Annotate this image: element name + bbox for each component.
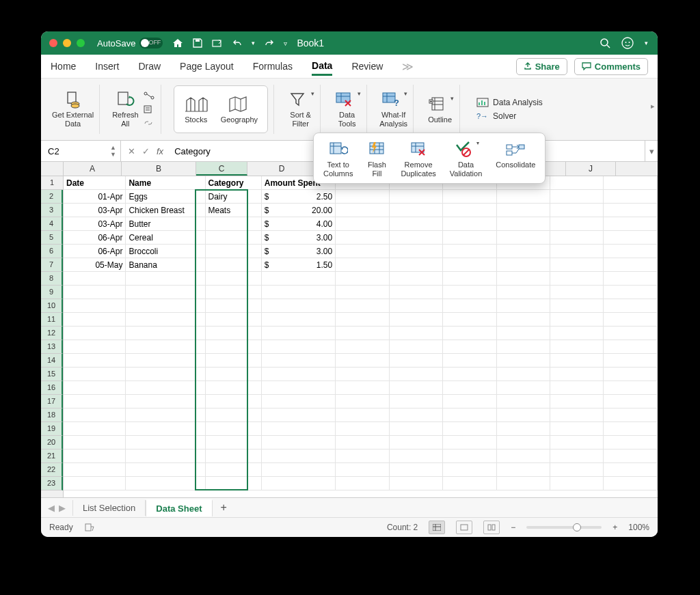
cell-E10[interactable] xyxy=(336,299,389,313)
cell-A4[interactable]: 03-Apr xyxy=(64,217,126,231)
row-header-16[interactable]: 16 xyxy=(41,381,63,395)
row-header-3[interactable]: 3 xyxy=(41,204,63,217)
cell-F19[interactable] xyxy=(389,422,442,436)
cell-A18[interactable] xyxy=(64,409,126,422)
cell-J14[interactable] xyxy=(604,354,658,368)
cell-G15[interactable] xyxy=(443,368,496,381)
cell-E16[interactable] xyxy=(336,381,389,395)
cell-D9[interactable] xyxy=(261,286,335,299)
cell-F21[interactable] xyxy=(389,449,442,463)
cell-I22[interactable] xyxy=(550,463,603,477)
properties-icon[interactable] xyxy=(143,105,155,114)
cell-B7[interactable]: Banana xyxy=(126,258,205,272)
cell-F20[interactable] xyxy=(389,436,442,449)
cell-J7[interactable] xyxy=(604,258,658,272)
row-header-22[interactable]: 22 xyxy=(41,463,63,477)
cell-A6[interactable]: 06-Apr xyxy=(64,245,126,258)
cell-E22[interactable] xyxy=(336,463,389,477)
cell-J22[interactable] xyxy=(604,463,658,477)
cell-F7[interactable] xyxy=(389,258,442,272)
view-normal-icon[interactable] xyxy=(429,521,445,534)
cell-B8[interactable] xyxy=(126,272,205,286)
cell-D6[interactable]: 3.00 xyxy=(261,245,335,258)
cell-J11[interactable] xyxy=(604,313,658,327)
cell-J21[interactable] xyxy=(604,449,658,463)
cell-B3[interactable]: Chicken Breast xyxy=(126,204,205,217)
refresh-all-button[interactable]: Refresh All xyxy=(107,85,161,134)
cell-A2[interactable]: 01-Apr xyxy=(64,190,126,204)
tab-page-layout[interactable]: Page Layout xyxy=(180,58,234,74)
cell-A5[interactable]: 06-Apr xyxy=(64,231,126,245)
cell-B5[interactable]: Cereal xyxy=(126,231,205,245)
row-header-2[interactable]: 2 xyxy=(41,190,63,204)
comments-button[interactable]: Comments xyxy=(574,58,648,75)
cell-C5[interactable] xyxy=(205,231,261,245)
cell-G19[interactable] xyxy=(443,422,496,436)
cell-D17[interactable] xyxy=(261,395,335,409)
cell-E21[interactable] xyxy=(336,449,389,463)
user-icon[interactable] xyxy=(621,37,634,49)
cell-H2[interactable] xyxy=(496,190,550,204)
outline-button[interactable]: ▾ Outline xyxy=(420,85,460,134)
next-sheet-icon[interactable]: ▶ xyxy=(59,503,66,513)
cell-D8[interactable] xyxy=(261,272,335,286)
cell-I9[interactable] xyxy=(550,286,603,299)
cell-D16[interactable] xyxy=(261,381,335,395)
cell-F12[interactable] xyxy=(389,327,442,340)
cell-I19[interactable] xyxy=(550,422,603,436)
cell-I1[interactable] xyxy=(550,176,603,190)
spreadsheet-grid[interactable]: A B C D E F G H I J 12345678910111213141… xyxy=(41,162,658,497)
cell-J13[interactable] xyxy=(604,340,658,354)
cell-A16[interactable] xyxy=(64,381,126,395)
cell-D13[interactable] xyxy=(261,340,335,354)
row-header-12[interactable]: 12 xyxy=(41,327,63,340)
cell-H20[interactable] xyxy=(496,436,550,449)
tab-home[interactable]: Home xyxy=(51,58,76,74)
zoom-slider[interactable] xyxy=(526,526,602,529)
cell-J12[interactable] xyxy=(604,327,658,340)
cell-J6[interactable] xyxy=(604,245,658,258)
chevron-down-icon[interactable]: ▾ xyxy=(252,40,255,46)
cell-B14[interactable] xyxy=(126,354,205,368)
row-header-13[interactable]: 13 xyxy=(41,340,63,354)
cell-A3[interactable]: 03-Apr xyxy=(64,204,126,217)
row-header-14[interactable]: 14 xyxy=(41,354,63,368)
cell-D15[interactable] xyxy=(261,368,335,381)
cell-I16[interactable] xyxy=(550,381,603,395)
cell-C13[interactable] xyxy=(205,340,261,354)
cell-H21[interactable] xyxy=(496,449,550,463)
cell-I23[interactable] xyxy=(550,477,603,490)
cell-E2[interactable] xyxy=(336,190,389,204)
cell-G10[interactable] xyxy=(443,299,496,313)
cell-D14[interactable] xyxy=(261,354,335,368)
cell-G7[interactable] xyxy=(443,258,496,272)
cell-A21[interactable] xyxy=(64,449,126,463)
chevron-down-icon[interactable]: ▲▼ xyxy=(110,144,116,158)
cell-C16[interactable] xyxy=(205,381,261,395)
cell-J4[interactable] xyxy=(604,217,658,231)
cell-C3[interactable]: Meats xyxy=(205,204,261,217)
row-header-11[interactable]: 11 xyxy=(41,313,63,327)
row-header-23[interactable]: 23 xyxy=(41,477,63,490)
cell-F13[interactable] xyxy=(389,340,442,354)
cell-H17[interactable] xyxy=(496,395,550,409)
cell-A1[interactable]: Date xyxy=(64,176,126,190)
cell-B20[interactable] xyxy=(126,436,205,449)
col-header-j[interactable]: J xyxy=(566,162,616,176)
select-all-corner[interactable] xyxy=(41,162,64,176)
row-header-21[interactable]: 21 xyxy=(41,449,63,463)
cell-F5[interactable] xyxy=(389,231,442,245)
cell-H19[interactable] xyxy=(496,422,550,436)
cell-F3[interactable] xyxy=(389,204,442,217)
sort-filter-button[interactable]: ▾ Sort & Filter xyxy=(281,85,321,134)
cell-C6[interactable] xyxy=(205,245,261,258)
search-icon[interactable] xyxy=(600,38,610,49)
cell-E11[interactable] xyxy=(336,313,389,327)
zoom-out-icon[interactable]: − xyxy=(511,523,515,532)
cell-B6[interactable]: Broccoli xyxy=(126,245,205,258)
cell-B19[interactable] xyxy=(126,422,205,436)
sheet-tab-data-sheet[interactable]: Data Sheet xyxy=(146,499,212,516)
cell-I14[interactable] xyxy=(550,354,603,368)
solver-button[interactable]: ?→ Solver xyxy=(476,111,543,121)
cell-I17[interactable] xyxy=(550,395,603,409)
